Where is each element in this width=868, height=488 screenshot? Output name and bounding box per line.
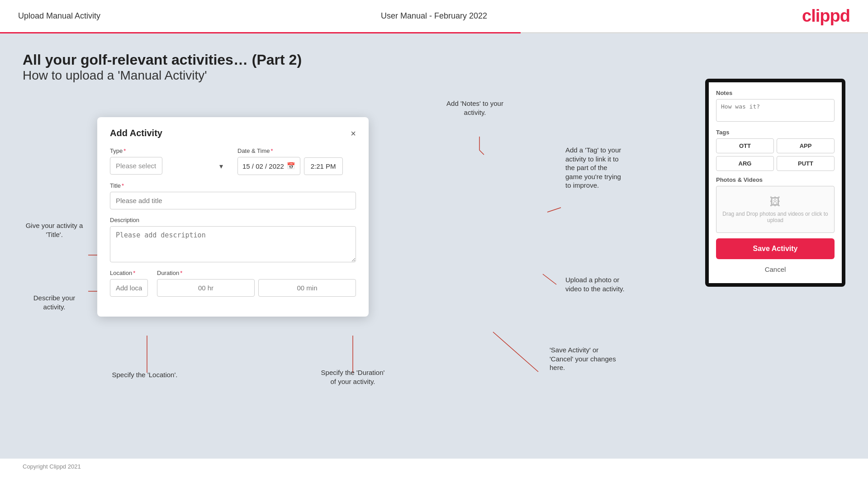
annotation-photo: Upload a photo orvideo to the activity. (565, 275, 665, 293)
dialog-header: Add Activity × (110, 128, 356, 138)
type-select[interactable]: Please select (110, 157, 162, 175)
form-row-type-datetime: Type* Please select Date & Time* 15 / 02… (110, 147, 356, 175)
svg-line-12 (543, 274, 556, 284)
tags-section: Tags OTT APP ARG PUTT (716, 129, 835, 171)
tag-putt[interactable]: PUTT (777, 156, 835, 171)
annotation-location: Specify the 'Location'. (100, 370, 190, 379)
form-group-description: Description (110, 217, 356, 262)
page-heading: All your golf-relevant activities… (Part… (23, 52, 845, 83)
annotation-save-cancel: 'Save Activity' or'Cancel' your changesh… (550, 346, 658, 372)
location-label: Location* (110, 270, 148, 276)
annotation-duration: Specify the 'Duration'of your activity. (299, 368, 407, 386)
phone-screen: Notes Tags OTT APP ARG PUTT Photos & Vid… (705, 79, 845, 287)
add-activity-dialog: Add Activity × Type* Please select Date … (97, 117, 369, 317)
duration-min-input[interactable] (258, 279, 356, 297)
phone-panel: Notes Tags OTT APP ARG PUTT Photos & Vid… (705, 79, 845, 287)
notes-section-label: Notes (716, 90, 835, 96)
form-row-description: Description (110, 217, 356, 262)
duration-label: Duration* (157, 270, 356, 276)
cancel-button[interactable]: Cancel (716, 263, 835, 276)
dialog-title: Add Activity (110, 128, 162, 138)
photos-upload-area[interactable]: 🖼 Drag and Drop photos and videos or cli… (716, 186, 835, 233)
photos-section-label: Photos & Videos (716, 176, 835, 183)
annotation-tag: Add a 'Tag' to youractivity to link it t… (565, 146, 665, 190)
description-label: Description (110, 217, 356, 223)
date-time-group: 15 / 02 / 2022 📅 2:21 PM (237, 157, 356, 175)
type-select-wrapper[interactable]: Please select (110, 157, 228, 175)
tag-ott[interactable]: OTT (716, 138, 774, 153)
duration-hr-input[interactable] (157, 279, 255, 297)
tag-app[interactable]: APP (777, 138, 835, 153)
page-title: Upload Manual Activity (18, 11, 100, 21)
date-input[interactable]: 15 / 02 / 2022 📅 (237, 157, 300, 175)
form-group-datetime: Date & Time* 15 / 02 / 2022 📅 2:21 PM (237, 147, 356, 175)
annotation-title: Give your activity a'Title'. (18, 221, 90, 239)
annotation-notes: Add 'Notes' to youractivity. (430, 99, 520, 117)
manual-subtitle: User Manual - February 2022 (381, 11, 487, 21)
upload-text: Drag and Drop photos and videos or click… (721, 211, 830, 223)
form-row-location-duration: Location* Duration* (110, 270, 356, 297)
type-label: Type* (110, 147, 228, 154)
tags-section-label: Tags (716, 129, 835, 136)
title-input[interactable] (110, 192, 356, 209)
top-bar: Upload Manual Activity User Manual - Feb… (0, 0, 868, 32)
form-group-title: Title* (110, 182, 356, 209)
close-button[interactable]: × (351, 129, 356, 138)
time-input[interactable]: 2:21 PM (304, 157, 343, 175)
form-group-location: Location* (110, 270, 148, 297)
copyright: Copyright Clippd 2021 (0, 459, 868, 474)
upload-icon: 🖼 (721, 195, 830, 208)
form-group-duration: Duration* (157, 270, 356, 297)
form-group-type: Type* Please select (110, 147, 228, 175)
description-textarea[interactable] (110, 226, 356, 262)
datetime-label: Date & Time* (237, 147, 356, 154)
heading1: All your golf-relevant activities… (Part… (23, 52, 845, 68)
svg-line-11 (547, 208, 561, 212)
form-row-title: Title* (110, 182, 356, 209)
svg-line-5 (479, 150, 484, 155)
annotation-describe: Describe youractivity. (18, 294, 90, 311)
notes-textarea[interactable] (716, 99, 835, 122)
calendar-icon: 📅 (287, 162, 295, 170)
tag-arg[interactable]: ARG (716, 156, 774, 171)
location-input[interactable] (110, 279, 148, 297)
photos-section: Photos & Videos 🖼 Drag and Drop photos a… (716, 176, 835, 233)
tags-grid: OTT APP ARG PUTT (716, 138, 835, 171)
title-field-label: Title* (110, 182, 356, 189)
duration-group (157, 279, 356, 297)
main-content: All your golf-relevant activities… (Part… (0, 33, 868, 459)
save-activity-button[interactable]: Save Activity (716, 238, 835, 259)
svg-line-10 (493, 332, 538, 372)
logo: clippd (802, 6, 850, 26)
